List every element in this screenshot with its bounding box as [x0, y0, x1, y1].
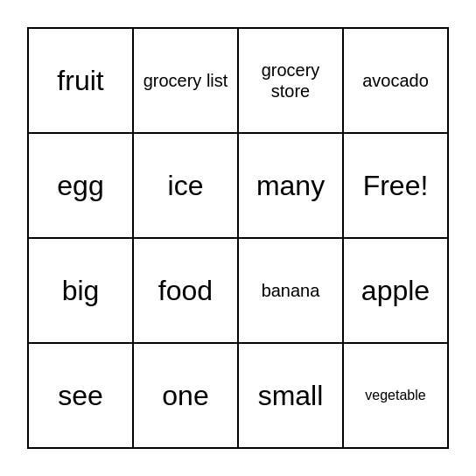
bingo-cell: grocery list [134, 29, 239, 134]
cell-text: small [258, 379, 324, 412]
cell-text: apple [361, 274, 430, 307]
cell-text: see [58, 379, 103, 412]
cell-text: food [158, 274, 213, 307]
cell-text: egg [57, 169, 103, 202]
cell-text: fruit [57, 64, 103, 97]
cell-text: vegetable [365, 387, 425, 403]
bingo-cell: see [29, 344, 134, 449]
cell-text: ice [168, 169, 204, 202]
bingo-cell: vegetable [344, 344, 449, 449]
bingo-cell: big [29, 239, 134, 344]
cell-text: big [62, 274, 100, 307]
bingo-cell: one [134, 344, 239, 449]
bingo-cell: many [239, 134, 344, 239]
bingo-cell: avocado [344, 29, 449, 134]
cell-text: many [256, 169, 325, 202]
cell-text: Free! [363, 169, 429, 202]
bingo-cell: grocery store [239, 29, 344, 134]
bingo-grid: fruitgrocery listgrocery storeavocadoegg… [27, 27, 449, 449]
bingo-cell: banana [239, 239, 344, 344]
cell-text: avocado [362, 70, 429, 91]
cell-text: grocery store [246, 60, 335, 102]
bingo-cell: food [134, 239, 239, 344]
cell-text: banana [262, 280, 320, 301]
bingo-cell: fruit [29, 29, 134, 134]
bingo-cell: ice [134, 134, 239, 239]
cell-text: one [162, 379, 208, 412]
bingo-cell: egg [29, 134, 134, 239]
bingo-cell: apple [344, 239, 449, 344]
bingo-cell: small [239, 344, 344, 449]
cell-text: grocery list [144, 70, 228, 91]
bingo-cell: Free! [344, 134, 449, 239]
